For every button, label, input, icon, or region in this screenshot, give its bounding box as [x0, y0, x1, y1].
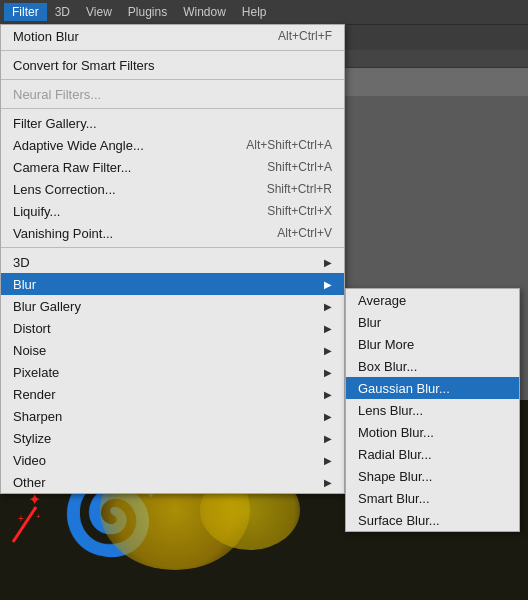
menu-item-motion-blur-sub-label: Motion Blur... — [358, 425, 434, 440]
arrow-icon-blur: ▶ — [324, 279, 332, 290]
menu-item-motion-blur-sub[interactable]: Motion Blur... — [346, 421, 519, 443]
primary-menu: Motion Blur Alt+Ctrl+F Convert for Smart… — [0, 24, 345, 494]
menu-item-average[interactable]: Average — [346, 289, 519, 311]
menu-bar-item-3d[interactable]: 3D — [47, 3, 78, 21]
menu-item-noise-label: Noise — [13, 343, 316, 358]
menu-item-adaptive-wide[interactable]: Adaptive Wide Angle... Alt+Shift+Ctrl+A — [1, 134, 344, 156]
menu-item-blur-gallery-label: Blur Gallery — [13, 299, 316, 314]
arrow-icon-render: ▶ — [324, 389, 332, 400]
menu-item-camera-raw-shortcut: Shift+Ctrl+A — [267, 160, 332, 174]
menu-item-gaussian-blur[interactable]: Gaussian Blur... — [346, 377, 519, 399]
menu-bar-item-plugins[interactable]: Plugins — [120, 3, 175, 21]
menu-bar-item-help[interactable]: Help — [234, 3, 275, 21]
menu-bar-item-filter[interactable]: Filter — [4, 3, 47, 21]
menu-item-noise[interactable]: Noise ▶ — [1, 339, 344, 361]
separator-1 — [1, 50, 344, 51]
menu-item-render[interactable]: Render ▶ — [1, 383, 344, 405]
menu-bar: Filter 3D View Plugins Window Help — [0, 0, 528, 24]
svg-line-0 — [13, 507, 36, 542]
menu-item-other-label: Other — [13, 475, 316, 490]
menu-item-adaptive-wide-shortcut: Alt+Shift+Ctrl+A — [246, 138, 332, 152]
menu-item-motion-blur-label: Motion Blur — [13, 29, 262, 44]
menu-item-motion-blur[interactable]: Motion Blur Alt+Ctrl+F — [1, 25, 344, 47]
menu-item-shape-blur[interactable]: Shape Blur... — [346, 465, 519, 487]
menu-item-blur-sub-label: Blur — [358, 315, 381, 330]
menu-item-surface-blur-label: Surface Blur... — [358, 513, 440, 528]
menu-item-blur-more[interactable]: Blur More — [346, 333, 519, 355]
arrow-icon-pixelate: ▶ — [324, 367, 332, 378]
menu-item-distort[interactable]: Distort ▶ — [1, 317, 344, 339]
magic-wand-icon: ✦ + + — [8, 487, 58, 547]
menu-item-liquify-label: Liquify... — [13, 204, 251, 219]
menu-item-filter-gallery[interactable]: Filter Gallery... — [1, 112, 344, 134]
menu-item-box-blur-label: Box Blur... — [358, 359, 417, 374]
menu-item-vanishing-point[interactable]: Vanishing Point... Alt+Ctrl+V — [1, 222, 344, 244]
menu-item-blur-gallery[interactable]: Blur Gallery ▶ — [1, 295, 344, 317]
arrow-icon-sharpen: ▶ — [324, 411, 332, 422]
menu-item-neural-filters: Neural Filters... — [1, 83, 344, 105]
menu-item-vanishing-point-shortcut: Alt+Ctrl+V — [277, 226, 332, 240]
menu-item-radial-blur[interactable]: Radial Blur... — [346, 443, 519, 465]
secondary-menu-blur: Average Blur Blur More Box Blur... Gauss… — [345, 288, 520, 532]
menu-item-blur-sub[interactable]: Blur — [346, 311, 519, 333]
dropdown-container: Motion Blur Alt+Ctrl+F Convert for Smart… — [0, 24, 345, 494]
menu-item-video-label: Video — [13, 453, 316, 468]
menu-item-stylize[interactable]: Stylize ▶ — [1, 427, 344, 449]
menu-item-stylize-label: Stylize — [13, 431, 316, 446]
menu-item-radial-blur-label: Radial Blur... — [358, 447, 432, 462]
separator-2 — [1, 79, 344, 80]
menu-item-surface-blur[interactable]: Surface Blur... — [346, 509, 519, 531]
svg-text:+: + — [36, 512, 41, 521]
menu-item-average-label: Average — [358, 293, 406, 308]
menu-item-sharpen-label: Sharpen — [13, 409, 316, 424]
menu-item-neural-filters-label: Neural Filters... — [13, 87, 332, 102]
menu-item-distort-label: Distort — [13, 321, 316, 336]
arrow-icon-blur-gallery: ▶ — [324, 301, 332, 312]
arrow-icon-noise: ▶ — [324, 345, 332, 356]
menu-item-gaussian-blur-label: Gaussian Blur... — [358, 381, 450, 396]
menu-item-filter-gallery-label: Filter Gallery... — [13, 116, 332, 131]
menu-item-vanishing-point-label: Vanishing Point... — [13, 226, 261, 241]
menu-item-camera-raw-label: Camera Raw Filter... — [13, 160, 251, 175]
menu-bar-item-view[interactable]: View — [78, 3, 120, 21]
tool-icon-area: ✦ + + — [8, 487, 58, 550]
menu-item-blur-more-label: Blur More — [358, 337, 414, 352]
menu-item-sharpen[interactable]: Sharpen ▶ — [1, 405, 344, 427]
arrow-icon-video: ▶ — [324, 455, 332, 466]
separator-4 — [1, 247, 344, 248]
menu-item-lens-correction[interactable]: Lens Correction... Shift+Ctrl+R — [1, 178, 344, 200]
menu-item-lens-correction-shortcut: Shift+Ctrl+R — [267, 182, 332, 196]
menu-item-convert-smart[interactable]: Convert for Smart Filters — [1, 54, 344, 76]
menu-item-motion-blur-shortcut: Alt+Ctrl+F — [278, 29, 332, 43]
menu-item-convert-smart-label: Convert for Smart Filters — [13, 58, 332, 73]
arrow-icon-3d: ▶ — [324, 257, 332, 268]
menu-item-blur-label: Blur — [13, 277, 316, 292]
menu-item-shape-blur-label: Shape Blur... — [358, 469, 432, 484]
menu-item-3d-label: 3D — [13, 255, 316, 270]
menu-item-3d[interactable]: 3D ▶ — [1, 251, 344, 273]
menu-item-lens-blur-sub-label: Lens Blur... — [358, 403, 423, 418]
menu-item-lens-correction-label: Lens Correction... — [13, 182, 251, 197]
separator-3 — [1, 108, 344, 109]
menu-item-video[interactable]: Video ▶ — [1, 449, 344, 471]
arrow-icon-stylize: ▶ — [324, 433, 332, 444]
menu-item-blur[interactable]: Blur ▶ — [1, 273, 344, 295]
menu-item-box-blur[interactable]: Box Blur... — [346, 355, 519, 377]
menu-item-liquify[interactable]: Liquify... Shift+Ctrl+X — [1, 200, 344, 222]
svg-text:+: + — [18, 513, 24, 524]
menu-item-smart-blur[interactable]: Smart Blur... — [346, 487, 519, 509]
menu-item-pixelate[interactable]: Pixelate ▶ — [1, 361, 344, 383]
menu-item-other[interactable]: Other ▶ — [1, 471, 344, 493]
menu-item-render-label: Render — [13, 387, 316, 402]
menu-item-smart-blur-label: Smart Blur... — [358, 491, 430, 506]
arrow-icon-other: ▶ — [324, 477, 332, 488]
menu-item-lens-blur-sub[interactable]: Lens Blur... — [346, 399, 519, 421]
menu-item-pixelate-label: Pixelate — [13, 365, 316, 380]
menu-item-liquify-shortcut: Shift+Ctrl+X — [267, 204, 332, 218]
menu-bar-item-window[interactable]: Window — [175, 3, 234, 21]
menu-item-camera-raw[interactable]: Camera Raw Filter... Shift+Ctrl+A — [1, 156, 344, 178]
menu-item-adaptive-wide-label: Adaptive Wide Angle... — [13, 138, 230, 153]
arrow-icon-distort: ▶ — [324, 323, 332, 334]
